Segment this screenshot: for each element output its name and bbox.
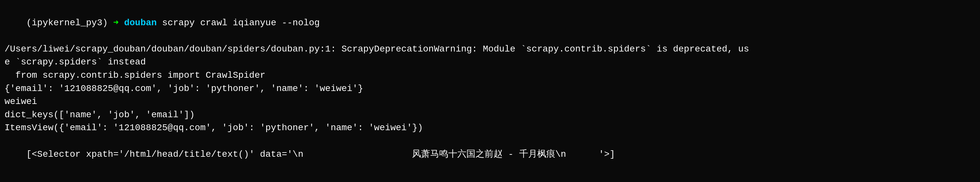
selector-left-9: [<Selector xpath='/html/head/title/text(… <box>26 149 412 159</box>
prompt-cmd: douban <box>119 18 157 28</box>
terminal-line-1: (ipykernel_py3) ➜ douban scrapy crawl iq… <box>5 3 975 43</box>
terminal-line-2: /Users/liwei/scrapy_douban/douban/douban… <box>5 43 975 56</box>
prompt-args: scrapy crawl iqianyue --nolog <box>157 18 320 28</box>
prompt-arrow: ➜ <box>113 18 119 28</box>
terminal-window: (ipykernel_py3) ➜ douban scrapy crawl iq… <box>0 0 980 182</box>
prompt-prefix: (ipykernel_py3) <box>26 18 113 28</box>
selector-right-9: 风萧马鸣十六国之前赵 - 千月枫痕\n '>] <box>412 149 615 159</box>
terminal-line-3: e `scrapy.spiders` instead <box>5 56 975 69</box>
terminal-line-8: ItemsView({'email': '121088825@qq.com', … <box>5 121 975 135</box>
terminal-line-4: from scrapy.contrib.spiders import Crawl… <box>5 69 975 82</box>
terminal-line-10: [<Selector xpath='/html/head/title/text(… <box>5 174 975 182</box>
terminal-line-5: {'email': '121088825@qq.com', 'job': 'py… <box>5 82 975 96</box>
terminal-line-7: dict_keys(['name', 'job', 'email']) <box>5 109 975 122</box>
terminal-line-6: weiwei <box>5 95 975 109</box>
terminal-line-9: [<Selector xpath='/html/head/title/text(… <box>5 135 975 174</box>
